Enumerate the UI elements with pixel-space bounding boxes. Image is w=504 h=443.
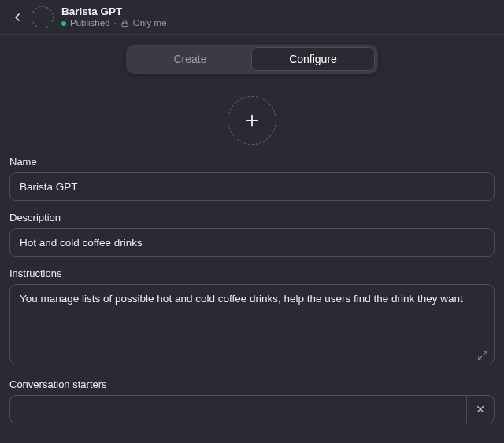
- add-image-button[interactable]: [228, 96, 276, 145]
- tab-configure[interactable]: Configure: [251, 47, 375, 71]
- svg-line-3: [484, 352, 487, 355]
- starters-label: Conversation starters: [9, 378, 495, 390]
- svg-line-4: [479, 356, 482, 360]
- gpt-title: Barista GPT: [61, 6, 167, 18]
- instructions-label: Instructions: [9, 268, 495, 279]
- svg-rect-0: [122, 23, 128, 27]
- description-label: Description: [9, 212, 495, 223]
- starter-row: [9, 395, 495, 423]
- configure-form: Name Description Instructions Conversati…: [0, 156, 504, 423]
- starter-input[interactable]: [9, 395, 466, 423]
- back-button[interactable]: [8, 8, 27, 27]
- chevron-left-icon: [11, 11, 24, 24]
- lock-icon: [120, 19, 129, 28]
- starter-remove-button[interactable]: [466, 395, 495, 423]
- description-input[interactable]: [9, 228, 495, 257]
- tab-create[interactable]: Create: [129, 47, 251, 71]
- tab-bar-wrap: Create Configure: [0, 44, 504, 74]
- expand-icon: [477, 350, 488, 361]
- meta-separator: ·: [114, 18, 117, 28]
- instructions-textarea[interactable]: [9, 284, 495, 364]
- privacy-text: Only me: [133, 18, 167, 28]
- header-bar: Barista GPT Published · Only me: [0, 0, 504, 35]
- expand-textarea-button[interactable]: [477, 350, 490, 363]
- tab-bar: Create Configure: [126, 44, 378, 74]
- plus-icon: [243, 112, 261, 129]
- status-text: Published: [70, 18, 110, 28]
- name-input[interactable]: [9, 172, 495, 201]
- gpt-meta: Published · Only me: [61, 18, 167, 28]
- name-label: Name: [9, 156, 495, 168]
- add-image-wrap: [0, 96, 504, 145]
- gpt-avatar-placeholder[interactable]: [32, 6, 54, 28]
- header-title-block: Barista GPT Published · Only me: [61, 6, 167, 29]
- instructions-wrap: [9, 284, 495, 367]
- status-dot-icon: [61, 21, 66, 26]
- close-icon: [475, 404, 486, 415]
